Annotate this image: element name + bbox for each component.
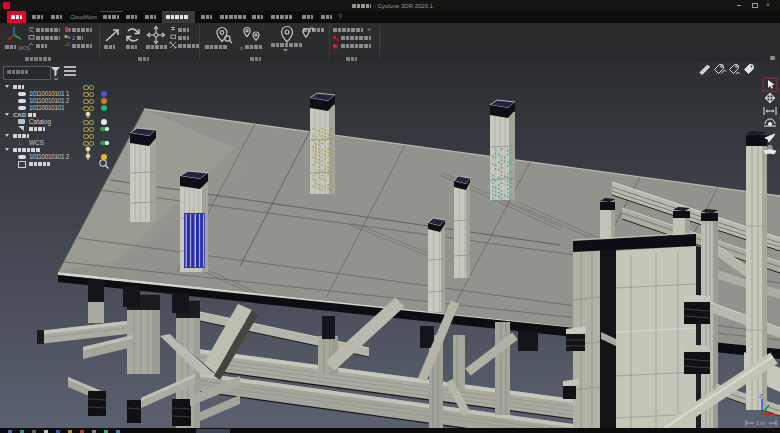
svg-text:Z: Z: [759, 393, 763, 399]
svg-text:1 m: 1 m: [756, 420, 766, 426]
